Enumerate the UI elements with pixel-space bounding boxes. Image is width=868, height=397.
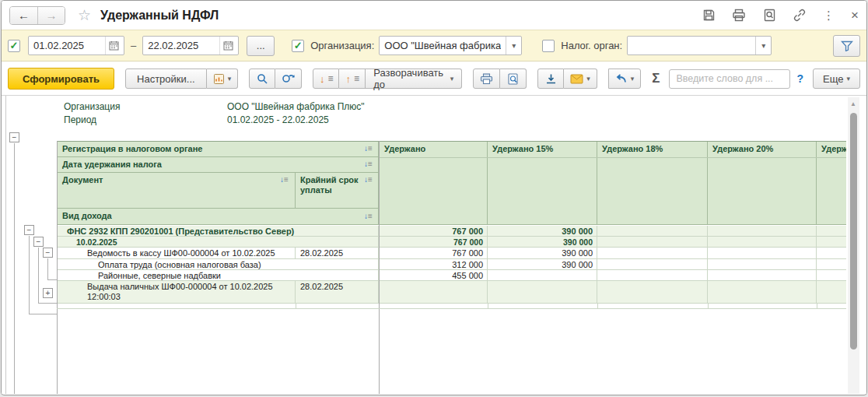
- sort-icon[interactable]: ↓≡: [280, 175, 288, 184]
- save-icon[interactable]: [702, 9, 716, 23]
- collapse-levels-button[interactable]: ↑≡: [339, 69, 366, 89]
- column-header-uderzhano20[interactable]: Удержано 20%: [708, 142, 817, 225]
- date-from-input[interactable]: [29, 40, 105, 51]
- sum-sigma-icon[interactable]: Σ: [652, 71, 660, 86]
- info-org-value: ООО "Швейная фабрика Плюс": [227, 101, 365, 112]
- tax-authority-combo[interactable]: ▾: [627, 36, 772, 55]
- cell-value: [708, 259, 817, 270]
- generate-button[interactable]: Сформировать: [8, 68, 114, 90]
- row-income-type[interactable]: Оплата труда (основная налоговая база): [58, 259, 379, 270]
- filter-bar: ✓ – ... ✓ Организация: ▾ Налог. орган: ▾: [2, 30, 866, 61]
- chevron-down-icon[interactable]: ▾: [755, 37, 771, 54]
- send-mail-button[interactable]: ▾: [564, 69, 597, 89]
- expand-to-label: Разворачивать до: [373, 67, 447, 90]
- favorite-star-icon[interactable]: ☆: [78, 6, 91, 24]
- cell-value: 390 000: [488, 237, 597, 248]
- organization-input[interactable]: [380, 40, 506, 51]
- tax-authority-checkbox[interactable]: [542, 40, 555, 52]
- tree-collapse-level2[interactable]: −: [24, 225, 34, 235]
- expand-levels-button[interactable]: ↓≡: [313, 69, 339, 89]
- column-header-uderzhano18[interactable]: Удержано 18%: [597, 142, 708, 225]
- print-preview-icon[interactable]: [762, 9, 776, 23]
- settings-button[interactable]: Настройки...: [125, 69, 207, 89]
- scroll-up-icon[interactable]: ▲: [850, 100, 856, 107]
- cell-value: [597, 248, 708, 259]
- search-next-button[interactable]: [275, 69, 302, 89]
- filter-settings-button[interactable]: [833, 35, 860, 57]
- page-title: Удержанный НДФЛ: [100, 9, 219, 23]
- period-checkbox[interactable]: ✓: [8, 40, 20, 52]
- sort-icon[interactable]: ↓≡: [364, 160, 372, 168]
- save-result-button[interactable]: [537, 69, 564, 89]
- cell-value: [488, 281, 597, 304]
- cell-value: [488, 270, 597, 281]
- column-header-cut[interactable]: Удерж: [817, 142, 846, 225]
- more-menu-icon[interactable]: ⋮: [823, 9, 835, 23]
- back-button[interactable]: ←: [10, 7, 37, 24]
- preview-button[interactable]: [500, 69, 527, 89]
- cell-value: 390 000: [488, 248, 597, 259]
- organization-checkbox[interactable]: ✓: [292, 40, 304, 52]
- sort-icon[interactable]: ↓≡: [364, 144, 372, 153]
- column-divider: [488, 304, 488, 308]
- search-button[interactable]: [249, 69, 275, 89]
- sort-icon[interactable]: ↓≡: [364, 175, 372, 184]
- row-income-type[interactable]: Районные, северные надбавки: [58, 270, 379, 281]
- tree-line: [29, 314, 57, 314]
- forward-button[interactable]: →: [37, 7, 65, 24]
- word-search-input[interactable]: [669, 69, 790, 89]
- date-to-input[interactable]: [143, 40, 219, 51]
- link-icon[interactable]: [793, 9, 807, 23]
- quick-print-button[interactable]: [473, 69, 500, 89]
- row-group-fns[interactable]: ФНС 2932 КПП 290201001 (Представительств…: [58, 226, 379, 237]
- list-lines-icon: ≡: [354, 73, 359, 84]
- report-variants-button[interactable]: ▾: [207, 69, 239, 89]
- tax-authority-label: Налог. орган:: [561, 40, 622, 51]
- tax-authority-input[interactable]: [628, 40, 755, 51]
- chevron-down-icon: ▾: [631, 75, 635, 83]
- header-document[interactable]: Документ: [58, 173, 296, 209]
- ellipsis-label: ...: [257, 40, 265, 51]
- expand-to-button[interactable]: Разворачивать до ▾: [366, 69, 462, 89]
- row-document[interactable]: Ведомость в кассу ШФ00-000004 от 10.02.2…: [58, 248, 296, 259]
- tree-line: [14, 143, 15, 394]
- envelope-icon: [570, 74, 583, 84]
- expand-down-icon: ↓: [320, 73, 325, 85]
- tree-line: [38, 248, 39, 303]
- history-button[interactable]: ▾: [608, 69, 642, 89]
- column-divider: [817, 304, 817, 308]
- header-income-type[interactable]: Вид дохода: [58, 209, 379, 225]
- report-variant-icon: [213, 73, 225, 85]
- tree-collapse-level1[interactable]: −: [9, 132, 19, 142]
- tree-expand-level4[interactable]: +: [43, 288, 53, 298]
- download-icon: [545, 73, 557, 85]
- chevron-down-icon[interactable]: ▾: [506, 37, 521, 54]
- calendar-icon[interactable]: [219, 37, 236, 54]
- column-header-uderzhano15[interactable]: Удержано 15%: [488, 142, 597, 225]
- cell-value: [817, 281, 846, 304]
- row-document[interactable]: Выдача наличных ШФ00-000004 от 10.02.202…: [58, 281, 296, 304]
- print-icon[interactable]: [732, 9, 746, 23]
- help-icon[interactable]: ?: [796, 72, 803, 85]
- cell-value: [817, 259, 846, 270]
- period-options-button[interactable]: ...: [247, 36, 275, 56]
- close-icon[interactable]: ×: [851, 8, 859, 23]
- cell-value: [708, 281, 817, 304]
- chevron-down-icon: ▾: [586, 75, 590, 83]
- header-hold-date[interactable]: Дата удержания налога: [58, 157, 379, 173]
- column-divider: [296, 304, 296, 308]
- vertical-scrollbar-thumb[interactable]: [850, 113, 857, 350]
- title-bar: ← → ☆ Удержанный НДФЛ ⋮ ×: [2, 1, 866, 30]
- organization-combo[interactable]: ▾: [379, 36, 522, 55]
- tree-collapse-level3[interactable]: −: [33, 237, 44, 247]
- calendar-icon[interactable]: [105, 37, 122, 54]
- row-group-date[interactable]: 10.02.2025: [58, 237, 379, 248]
- more-button[interactable]: Еще ▾: [813, 69, 860, 89]
- date-from-field: [28, 36, 124, 55]
- header-registration[interactable]: Регистрация в налоговом органе: [58, 142, 379, 157]
- sort-icon[interactable]: ↓≡: [364, 212, 372, 220]
- search-repeat-icon: [282, 73, 295, 85]
- tree-collapse-level4[interactable]: −: [43, 248, 53, 258]
- column-header-uderzhano[interactable]: Удержано: [380, 142, 488, 225]
- cell-value: [597, 226, 708, 237]
